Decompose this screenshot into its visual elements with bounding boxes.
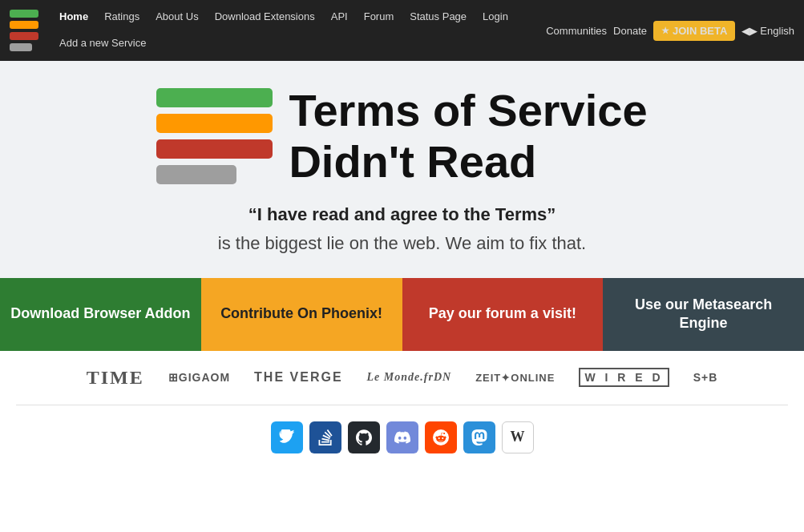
nav-status[interactable]: Status Page	[402, 4, 475, 30]
nav-donate[interactable]: Donate	[613, 25, 647, 37]
press-zeit: ZEIT✦ONLINE	[475, 372, 555, 384]
nav-api[interactable]: API	[323, 4, 356, 30]
social-discord[interactable]	[386, 421, 418, 453]
wikipedia-icon-text: W	[511, 429, 525, 445]
nav-right: Communities Donate JOIN BETA ◀▶ English	[546, 21, 794, 41]
press-row: TIME ⊞GIGAOM THE VERGE Le Monde.frDN ZEI…	[0, 351, 804, 405]
press-sb: S+B	[693, 371, 718, 384]
press-time: TIME	[87, 367, 144, 389]
social-reddit[interactable]	[425, 421, 457, 453]
press-dn: DN	[434, 371, 451, 383]
hero-title-line1: Terms of Service	[289, 85, 647, 136]
hero-bar-green	[156, 88, 273, 107]
nav-logo	[10, 2, 38, 59]
hero-logo	[156, 88, 273, 184]
nav-forum[interactable]: Forum	[356, 4, 402, 30]
social-twitter[interactable]	[271, 421, 303, 453]
logo-bar-red	[10, 32, 38, 40]
join-beta-button[interactable]: JOIN BETA	[653, 21, 735, 41]
nav-ratings[interactable]: Ratings	[96, 4, 147, 30]
nav-login[interactable]: Login	[475, 4, 516, 30]
logo-bar-green	[10, 10, 38, 18]
cta-metasearch[interactable]: Use our Metasearch Engine	[603, 278, 804, 351]
press-wired: W I R E D	[579, 368, 669, 387]
cta-download[interactable]: Download Browser Addon	[0, 278, 201, 351]
social-stackexchange[interactable]	[309, 421, 341, 453]
press-gigaom: ⊞GIGAOM	[168, 371, 230, 384]
nav-about[interactable]: About Us	[147, 4, 206, 30]
nav-communities[interactable]: Communities	[546, 25, 607, 37]
nav-home[interactable]: Home	[51, 4, 96, 30]
hero-bar-gray	[156, 165, 236, 184]
hero-title-line2: Didn't Read	[289, 136, 647, 187]
nav-download[interactable]: Download Extensions	[207, 4, 323, 30]
hero-sub: is the biggest lie on the web. We aim to…	[218, 233, 586, 254]
hero-bar-red	[156, 139, 273, 159]
logo-bar-gray	[10, 43, 32, 51]
press-verge: THE VERGE	[254, 370, 342, 385]
social-row: W	[0, 405, 804, 470]
social-mastodon[interactable]	[463, 421, 495, 453]
social-wikipedia[interactable]: W	[502, 421, 534, 453]
social-github[interactable]	[348, 421, 380, 453]
navbar: Home Ratings About Us Download Extension…	[0, 0, 804, 61]
language-selector[interactable]: ◀▶ English	[741, 25, 794, 37]
cta-row: Download Browser Addon Contribute On Pho…	[0, 278, 804, 351]
hero-tagline: “I have read and agree to the Terms”	[248, 204, 556, 225]
press-lemonde: Le Monde.frDN	[367, 371, 452, 384]
hero-section: Terms of Service Didn't Read “I have rea…	[0, 61, 804, 278]
hero-title-block: Terms of Service Didn't Read	[289, 85, 647, 188]
hero-top: Terms of Service Didn't Read	[156, 85, 647, 188]
hero-bar-orange	[156, 114, 273, 133]
nav-links: Home Ratings About Us Download Extension…	[51, 4, 546, 57]
lang-label: English	[760, 25, 794, 37]
lang-icon: ◀▶	[741, 25, 758, 37]
cta-forum[interactable]: Pay our forum a visit!	[402, 278, 604, 351]
cta-contribute[interactable]: Contribute On Phoenix!	[201, 278, 402, 351]
nav-add-service[interactable]: Add a new Service	[51, 30, 154, 57]
logo-bar-orange	[10, 21, 38, 29]
